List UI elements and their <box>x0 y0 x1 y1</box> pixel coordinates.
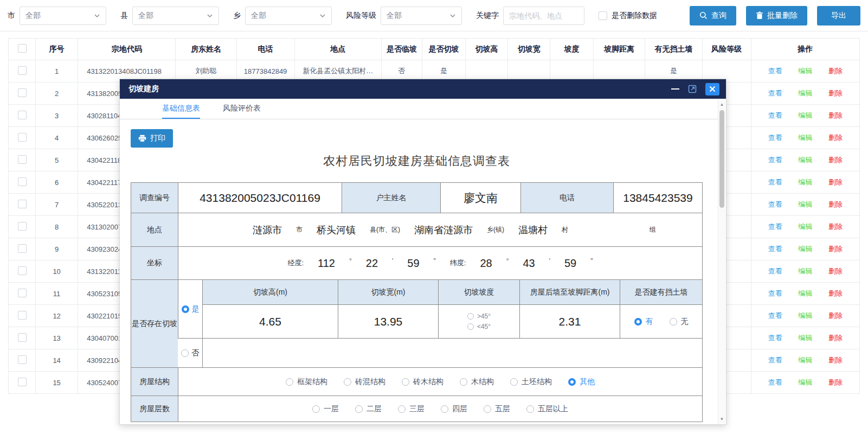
delete-link[interactable]: 删除 <box>828 67 843 75</box>
delete-link[interactable]: 删除 <box>828 334 843 342</box>
edit-link[interactable]: 编辑 <box>798 222 812 231</box>
slope-no-option[interactable]: 否 <box>178 339 202 367</box>
print-button[interactable]: 打印 <box>131 129 173 148</box>
view-link[interactable]: 查看 <box>768 178 782 186</box>
delete-link[interactable]: 删除 <box>828 156 843 164</box>
scrollbar-thumb[interactable] <box>719 110 724 208</box>
row-checkbox[interactable] <box>18 177 27 186</box>
radio-option[interactable]: 砖木结构 <box>402 377 443 387</box>
scroll-down-arrow[interactable]: ▼ <box>718 415 725 423</box>
view-link[interactable]: 查看 <box>768 222 782 231</box>
radio-option[interactable]: 五层 <box>484 404 510 414</box>
delete-link[interactable]: 删除 <box>828 178 843 186</box>
view-link[interactable]: 查看 <box>768 133 782 142</box>
radio-option[interactable]: 其他 <box>568 377 595 387</box>
radio-option[interactable]: 有 <box>634 317 653 327</box>
radio-option[interactable]: 四层 <box>441 404 467 414</box>
edit-link[interactable]: 编辑 <box>798 356 812 364</box>
edit-link[interactable]: 编辑 <box>798 111 812 119</box>
close-icon[interactable] <box>705 83 719 95</box>
edit-link[interactable]: 编辑 <box>798 133 812 142</box>
view-link[interactable]: 查看 <box>768 311 782 320</box>
row-checkbox[interactable] <box>18 222 27 231</box>
minimize-icon[interactable] <box>671 88 679 90</box>
delete-link[interactable]: 删除 <box>828 200 843 208</box>
row-checkbox[interactable] <box>18 111 27 119</box>
query-button[interactable]: 查询 <box>690 6 736 25</box>
radio-option[interactable]: <45° <box>467 323 491 330</box>
radio-option[interactable]: 砖混结构 <box>344 377 385 387</box>
delete-link[interactable]: 删除 <box>828 89 843 97</box>
row-checkbox[interactable] <box>18 133 27 142</box>
view-link[interactable]: 查看 <box>768 89 782 97</box>
edit-link[interactable]: 编辑 <box>798 156 812 164</box>
row-checkbox[interactable] <box>18 88 27 97</box>
row-checkbox[interactable] <box>18 155 27 164</box>
tab-risk-evaluation[interactable]: 风险评价表 <box>223 99 261 119</box>
cell-no: 1 <box>36 60 78 82</box>
scroll-up-arrow[interactable]: ▲ <box>718 100 725 108</box>
row-checkbox[interactable] <box>18 289 27 297</box>
radio-option[interactable]: 无 <box>670 317 689 327</box>
edit-link[interactable]: 编辑 <box>798 89 812 97</box>
view-link[interactable]: 查看 <box>768 67 782 75</box>
risk-level-select[interactable]: 全部 <box>381 7 462 25</box>
maximize-icon[interactable] <box>688 85 697 93</box>
row-checkbox[interactable] <box>18 244 27 253</box>
view-link[interactable]: 查看 <box>768 356 782 364</box>
delete-link[interactable]: 删除 <box>828 245 843 253</box>
township-label: 乡 <box>233 11 241 21</box>
slope-yes-option[interactable]: 是 <box>178 280 202 338</box>
deleted-data-checkbox[interactable] <box>599 11 607 20</box>
view-link[interactable]: 查看 <box>768 334 782 342</box>
export-button[interactable]: 导出 <box>817 6 860 25</box>
city-select[interactable]: 全部 <box>20 7 106 25</box>
radio-option[interactable]: 土坯结构 <box>510 377 552 387</box>
township-select[interactable]: 全部 <box>245 7 332 25</box>
edit-link[interactable]: 编辑 <box>798 311 812 320</box>
edit-link[interactable]: 编辑 <box>798 289 812 297</box>
radio-option[interactable]: 一层 <box>312 404 339 414</box>
radio-option[interactable]: 二层 <box>355 404 382 414</box>
edit-link[interactable]: 编辑 <box>798 178 812 186</box>
keyword-input[interactable] <box>503 7 584 25</box>
edit-link[interactable]: 编辑 <box>798 200 812 208</box>
view-link[interactable]: 查看 <box>768 289 782 297</box>
radio-option[interactable]: >45° <box>467 313 491 320</box>
edit-link[interactable]: 编辑 <box>798 245 812 253</box>
row-checkbox[interactable] <box>18 355 27 364</box>
edit-link[interactable]: 编辑 <box>798 378 812 386</box>
row-checkbox[interactable] <box>18 333 27 342</box>
view-link[interactable]: 查看 <box>768 156 782 164</box>
tab-basic-info[interactable]: 基础信息表 <box>162 99 200 119</box>
radio-option[interactable]: 五层以上 <box>526 404 568 414</box>
row-checkbox[interactable] <box>18 378 27 386</box>
view-link[interactable]: 查看 <box>768 267 782 275</box>
row-checkbox[interactable] <box>18 266 27 275</box>
view-link[interactable]: 查看 <box>768 200 782 208</box>
row-checkbox[interactable] <box>18 66 27 75</box>
batch-delete-button[interactable]: 批量删除 <box>746 6 807 25</box>
edit-link[interactable]: 编辑 <box>798 334 812 342</box>
delete-link[interactable]: 删除 <box>828 311 843 320</box>
view-link[interactable]: 查看 <box>768 111 782 119</box>
view-link[interactable]: 查看 <box>768 245 782 253</box>
delete-link[interactable]: 删除 <box>828 133 843 142</box>
select-all-checkbox[interactable] <box>18 44 27 53</box>
delete-link[interactable]: 删除 <box>828 289 843 297</box>
view-link[interactable]: 查看 <box>768 378 782 386</box>
radio-option[interactable]: 三层 <box>398 404 425 414</box>
delete-link[interactable]: 删除 <box>828 222 843 231</box>
delete-link[interactable]: 删除 <box>828 356 843 364</box>
radio-option[interactable]: 框架结构 <box>286 377 327 387</box>
row-checkbox[interactable] <box>18 200 27 208</box>
edit-link[interactable]: 编辑 <box>798 267 812 275</box>
edit-link[interactable]: 编辑 <box>798 67 812 75</box>
delete-link[interactable]: 删除 <box>828 111 843 119</box>
longitude-degrees: 112 <box>318 257 335 270</box>
row-checkbox[interactable] <box>18 311 27 320</box>
radio-option[interactable]: 木结构 <box>460 377 494 387</box>
delete-link[interactable]: 删除 <box>828 378 843 386</box>
delete-link[interactable]: 删除 <box>828 267 843 275</box>
county-select[interactable]: 全部 <box>132 7 219 25</box>
